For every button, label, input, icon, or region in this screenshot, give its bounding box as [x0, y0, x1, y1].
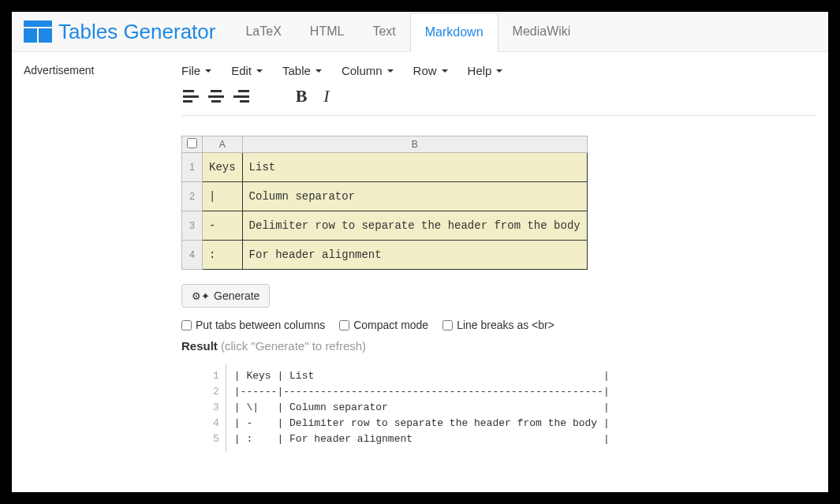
brand-icon: [24, 21, 52, 43]
tab-latex[interactable]: LaTeX: [231, 13, 295, 50]
chevron-down-icon: [496, 69, 502, 73]
option-compact[interactable]: Compact mode: [339, 319, 428, 331]
cell[interactable]: -: [203, 211, 243, 241]
row-header[interactable]: 3: [182, 211, 203, 241]
italic-button[interactable]: I: [317, 87, 336, 106]
cell[interactable]: List: [242, 153, 587, 182]
format-tabs: LaTeX HTML Text Markdown MediaWiki: [231, 12, 584, 52]
result-header: Result (click "Generate" to refresh): [181, 339, 816, 353]
chevron-down-icon: [387, 69, 394, 73]
col-header-b[interactable]: B: [242, 136, 587, 153]
navbar: Tables Generator LaTeX HTML Text Markdow…: [12, 12, 828, 52]
table-row: 2 | Column separator: [182, 182, 588, 211]
chevron-down-icon: [442, 69, 448, 73]
checkbox-compact[interactable]: [339, 320, 349, 330]
menu-row[interactable]: Row: [413, 64, 448, 77]
result-code[interactable]: 12345 | Keys | List ||------|-----------…: [181, 364, 816, 452]
tab-html[interactable]: HTML: [296, 13, 359, 50]
tab-mediawiki[interactable]: MediaWiki: [498, 13, 585, 50]
sidebar: Advertisement: [24, 64, 158, 452]
checkbox-tabs[interactable]: [181, 320, 192, 330]
brand-link[interactable]: Tables Generator: [24, 20, 215, 44]
table-row: 4 : For header alignment: [182, 241, 588, 270]
checkbox-br[interactable]: [442, 320, 453, 330]
generate-button[interactable]: ⚙✦ Generate: [181, 284, 270, 308]
tab-markdown[interactable]: Markdown: [410, 13, 498, 52]
align-left-button[interactable]: [181, 87, 200, 106]
row-header[interactable]: 2: [182, 182, 203, 211]
chevron-down-icon: [205, 69, 211, 73]
align-center-button[interactable]: [207, 87, 226, 106]
cell[interactable]: For header alignment: [242, 241, 587, 270]
cell[interactable]: |: [203, 182, 243, 211]
advertisement-label: Advertisement: [24, 64, 158, 77]
cell[interactable]: :: [203, 241, 243, 270]
row-header[interactable]: 1: [182, 153, 203, 182]
table-row: 3 - Delimiter row to separate the header…: [182, 211, 588, 241]
table-editor[interactable]: A B 1 Keys List 2 | Column separator 3 -…: [181, 136, 588, 270]
chevron-down-icon: [256, 69, 263, 73]
cell[interactable]: Keys: [203, 153, 243, 182]
table-row: 1 Keys List: [182, 153, 588, 182]
toolbar: B I: [181, 87, 816, 116]
menu-column[interactable]: Column: [342, 64, 394, 77]
menu-table[interactable]: Table: [282, 64, 322, 77]
menu-file[interactable]: File: [181, 64, 211, 77]
chevron-down-icon: [315, 69, 322, 73]
select-all-checkbox[interactable]: [182, 136, 203, 153]
align-right-button[interactable]: [232, 87, 251, 106]
gear-icon: ⚙✦: [192, 290, 210, 302]
col-header-a[interactable]: A: [203, 136, 243, 153]
cell[interactable]: Delimiter row to separate the header fro…: [242, 211, 587, 241]
bold-button[interactable]: B: [292, 87, 311, 106]
option-tabs[interactable]: Put tabs between columns: [181, 319, 325, 331]
code-gutter: 12345: [181, 364, 226, 452]
brand-text: Tables Generator: [58, 20, 215, 44]
menu-edit[interactable]: Edit: [231, 64, 263, 77]
code-body[interactable]: | Keys | List ||------|-----------------…: [226, 364, 618, 452]
cell[interactable]: Column separator: [242, 182, 587, 211]
menubar: File Edit Table Column Row Help: [181, 64, 816, 87]
tab-text[interactable]: Text: [358, 13, 409, 50]
row-header[interactable]: 4: [182, 241, 203, 270]
option-br[interactable]: Line breaks as <br>: [442, 319, 554, 331]
menu-help[interactable]: Help: [468, 64, 503, 77]
